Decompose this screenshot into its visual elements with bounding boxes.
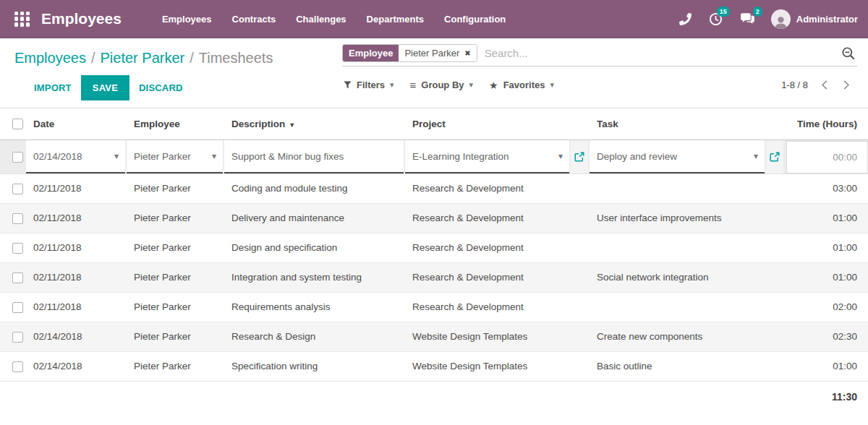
column-header-date[interactable]: Date: [26, 108, 127, 140]
cell-task[interactable]: Basic outline: [590, 351, 785, 381]
cell-project[interactable]: Website Design Templates: [405, 351, 590, 381]
menu-item-employees[interactable]: Employees: [152, 7, 222, 32]
menu-item-challenges[interactable]: Challenges: [286, 7, 356, 32]
row-checkbox[interactable]: [12, 302, 23, 313]
table-row[interactable]: 02/11/2018 Pieter Parker Delivery and ma…: [0, 203, 868, 233]
pager: 1-8 / 8: [775, 75, 857, 95]
cell-time[interactable]: 01:00: [785, 233, 868, 262]
cell-date[interactable]: 02/11/2018: [26, 233, 127, 262]
cell-time[interactable]: 02:00: [785, 292, 868, 322]
apps-grid-icon[interactable]: [14, 12, 30, 27]
discard-button[interactable]: DISCARD: [129, 76, 192, 100]
project-field[interactable]: E-Learning Integration▾: [405, 140, 569, 173]
employee-field[interactable]: Pieter Parker▾: [127, 140, 223, 173]
facet-remove-icon[interactable]: ✖: [464, 49, 470, 57]
messages-icon[interactable]: 2: [731, 8, 764, 30]
search-input[interactable]: [477, 44, 835, 62]
groupby-dropdown[interactable]: ≡ Group By ▾: [402, 73, 482, 97]
cell-date[interactable]: 02/11/2018: [26, 174, 127, 204]
menu-item-contracts[interactable]: Contracts: [222, 7, 286, 32]
row-checkbox[interactable]: [12, 243, 23, 254]
cell-task[interactable]: [590, 174, 785, 204]
facet-value-text: Pieter Parker: [404, 48, 459, 59]
activities-icon[interactable]: 15: [700, 8, 731, 30]
cell-project[interactable]: Research & Development: [405, 292, 590, 322]
cell-employee[interactable]: Pieter Parker: [127, 262, 224, 292]
cell-description[interactable]: Requirements analysis: [224, 292, 405, 322]
cell-project[interactable]: Website Design Templates: [405, 322, 590, 351]
task-field[interactable]: Deploy and review▾: [590, 140, 765, 173]
cell-time[interactable]: 02:30: [785, 322, 868, 351]
pager-range[interactable]: 1-8 / 8: [775, 75, 814, 95]
cell-date[interactable]: 02/11/2018: [26, 292, 127, 322]
row-checkbox[interactable]: [12, 332, 23, 343]
select-all-checkbox[interactable]: [12, 119, 23, 129]
task-external-link-icon[interactable]: [766, 140, 783, 173]
import-button[interactable]: IMPORT: [25, 76, 81, 100]
row-checkbox[interactable]: [12, 272, 23, 283]
cell-employee[interactable]: Pieter Parker: [127, 351, 224, 381]
cell-date[interactable]: 02/14/2018: [26, 351, 127, 381]
cell-description[interactable]: Delivery and maintenance: [224, 203, 405, 233]
cell-task[interactable]: [590, 233, 785, 262]
cell-employee[interactable]: Pieter Parker: [127, 322, 224, 351]
cell-project[interactable]: Research & Development: [405, 203, 590, 233]
table-row[interactable]: 02/11/2018 Pieter Parker Design and spec…: [0, 233, 868, 262]
table-row[interactable]: 02/11/2018 Pieter Parker Coding and modu…: [0, 174, 868, 204]
date-field[interactable]: 02/14/2018▾: [26, 140, 125, 173]
cell-description[interactable]: Design and specification: [224, 233, 405, 262]
breadcrumb-employees[interactable]: Employees: [14, 50, 86, 66]
filters-dropdown[interactable]: Filters ▾: [342, 74, 402, 96]
cell-task[interactable]: Create new components: [590, 322, 785, 351]
breadcrumb-pieter-parker[interactable]: Pieter Parker: [101, 50, 185, 66]
cell-description[interactable]: Coding and module testing: [224, 174, 405, 204]
cell-project[interactable]: Research & Development: [405, 174, 590, 204]
cell-project[interactable]: Research & Development: [405, 233, 590, 262]
pager-next-button[interactable]: [835, 75, 857, 95]
table-row[interactable]: 02/14/2018 Pieter Parker Specification w…: [0, 351, 868, 381]
column-header-project[interactable]: Project: [405, 108, 590, 140]
cell-description[interactable]: Research & Design: [224, 322, 405, 351]
cell-description[interactable]: Specification writing: [224, 351, 405, 381]
cell-description[interactable]: Integration and system testing: [224, 262, 405, 292]
column-header-time[interactable]: Time (Hours): [785, 108, 868, 140]
pager-previous-button[interactable]: [814, 75, 835, 95]
time-field[interactable]: 00:00: [786, 141, 868, 173]
phone-icon[interactable]: [671, 9, 700, 30]
cell-project[interactable]: Research & Development: [405, 262, 590, 292]
cell-date[interactable]: 02/11/2018: [26, 262, 127, 292]
project-external-link-icon[interactable]: [571, 140, 588, 173]
row-checkbox[interactable]: [12, 361, 23, 372]
cell-time[interactable]: 01:00: [785, 203, 868, 233]
table-row[interactable]: 02/11/2018 Pieter Parker Requirements an…: [0, 292, 868, 322]
cell-time[interactable]: 01:00: [785, 351, 868, 381]
cell-task[interactable]: [590, 292, 785, 322]
description-field[interactable]: Support & Minor bug fixes: [224, 140, 404, 173]
cell-date[interactable]: 02/11/2018: [26, 203, 127, 233]
menu-item-departments[interactable]: Departments: [357, 7, 434, 32]
cell-employee[interactable]: Pieter Parker: [127, 203, 224, 233]
cell-employee[interactable]: Pieter Parker: [127, 174, 224, 204]
cell-date[interactable]: 02/14/2018: [26, 322, 127, 351]
favorites-dropdown[interactable]: ★ Favorites ▾: [481, 74, 562, 97]
search-icon[interactable]: [835, 46, 857, 61]
column-header-description[interactable]: Description▼: [224, 108, 405, 140]
column-header-employee[interactable]: Employee: [127, 108, 224, 140]
table-row[interactable]: 02/14/2018 Pieter Parker Research & Desi…: [0, 322, 868, 351]
row-checkbox[interactable]: [12, 213, 23, 224]
facet-field-label: Employee: [343, 45, 399, 61]
cell-time[interactable]: 01:00: [785, 262, 868, 292]
column-header-task[interactable]: Task: [590, 108, 785, 140]
row-checkbox[interactable]: [12, 152, 23, 163]
app-name[interactable]: Employees: [41, 10, 122, 27]
save-button[interactable]: SAVE: [81, 75, 129, 100]
cell-time[interactable]: 03:00: [785, 174, 868, 204]
table-row[interactable]: 02/11/2018 Pieter Parker Integration and…: [0, 262, 868, 292]
cell-task[interactable]: Social network integration: [590, 262, 785, 292]
menu-item-configuration[interactable]: Configuration: [434, 7, 516, 32]
cell-employee[interactable]: Pieter Parker: [127, 292, 224, 322]
row-checkbox[interactable]: [12, 184, 23, 194]
cell-task[interactable]: User interface improvements: [590, 203, 785, 233]
cell-employee[interactable]: Pieter Parker: [127, 233, 224, 262]
user-menu[interactable]: Administrator: [771, 9, 858, 29]
